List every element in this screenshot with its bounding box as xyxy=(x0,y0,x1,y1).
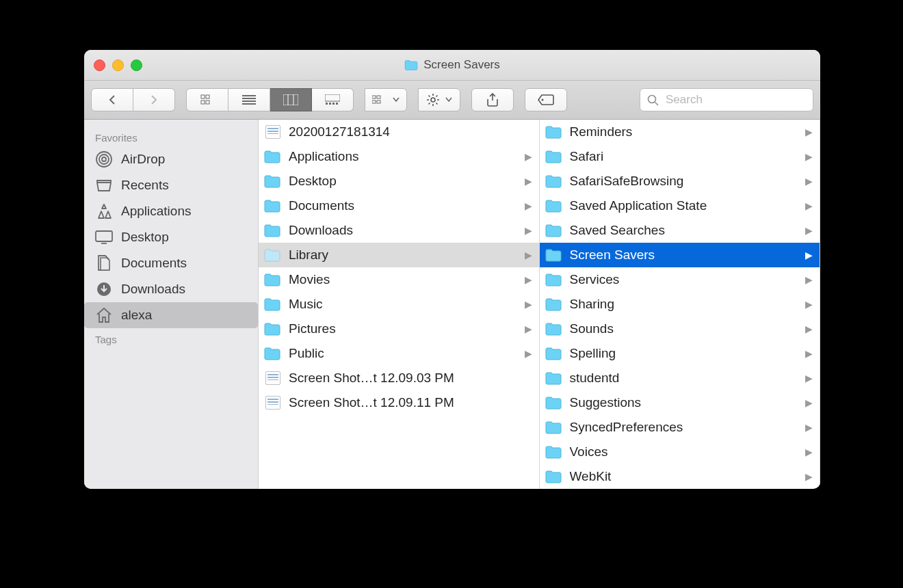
sidebar-item-applications[interactable]: Applications xyxy=(84,198,258,224)
folder-icon xyxy=(264,149,282,164)
list-item[interactable]: Sharing▶ xyxy=(540,292,820,317)
list-item[interactable]: 20200127181314 xyxy=(259,120,539,144)
gallery-view-button[interactable] xyxy=(312,88,354,111)
list-item[interactable]: Sounds▶ xyxy=(540,317,820,341)
disclosure-arrow-icon: ▶ xyxy=(805,274,813,285)
airdrop-icon xyxy=(95,150,113,168)
file-icon xyxy=(264,371,282,386)
svg-rect-11 xyxy=(377,96,380,98)
folder-icon xyxy=(545,321,563,336)
file-icon xyxy=(264,395,282,410)
toolbar xyxy=(84,81,820,120)
back-button[interactable] xyxy=(91,88,133,111)
sidebar-item-alexa[interactable]: alexa xyxy=(84,302,258,328)
list-item[interactable]: Safari▶ xyxy=(540,144,820,169)
folder-icon xyxy=(404,59,418,70)
documents-icon xyxy=(95,254,113,272)
list-item[interactable]: Saved Application State▶ xyxy=(540,193,820,218)
close-window-button[interactable] xyxy=(94,59,105,71)
search-field[interactable] xyxy=(640,88,813,111)
list-item-label: Sharing xyxy=(570,297,799,312)
disclosure-arrow-icon: ▶ xyxy=(805,422,813,433)
disclosure-arrow-icon: ▶ xyxy=(525,176,532,187)
list-item[interactable]: WebKit▶ xyxy=(540,464,820,489)
chevron-down-icon xyxy=(393,97,400,103)
list-item-label: SafariSafeBrowsing xyxy=(570,174,799,189)
list-item[interactable]: Documents▶ xyxy=(259,193,539,218)
column-1[interactable]: Reminders▶Safari▶SafariSafeBrowsing▶Save… xyxy=(540,120,821,489)
list-item[interactable]: Services▶ xyxy=(540,267,820,292)
sidebar[interactable]: FavoritesAirDropRecentsApplicationsDeskt… xyxy=(84,120,259,489)
action-button[interactable] xyxy=(418,88,460,111)
list-item-label: Suggestions xyxy=(570,395,799,410)
folder-icon xyxy=(545,149,563,164)
list-item[interactable]: Applications▶ xyxy=(259,144,539,169)
sidebar-item-downloads[interactable]: Downloads xyxy=(84,276,258,302)
disclosure-arrow-icon: ▶ xyxy=(525,299,532,310)
folder-icon xyxy=(264,248,282,263)
folder-icon xyxy=(545,444,563,459)
sidebar-item-label: Applications xyxy=(121,204,191,219)
list-item[interactable]: Music▶ xyxy=(259,292,539,317)
list-item[interactable]: Reminders▶ xyxy=(540,120,820,144)
list-item[interactable]: Desktop▶ xyxy=(259,169,539,193)
list-item[interactable]: Movies▶ xyxy=(259,267,539,292)
folder-icon xyxy=(264,223,282,238)
sidebar-item-airdrop[interactable]: AirDrop xyxy=(84,146,258,172)
search-input[interactable] xyxy=(664,92,812,107)
sidebar-item-documents[interactable]: Documents xyxy=(84,250,258,276)
list-item[interactable]: Screen Savers▶ xyxy=(540,243,820,267)
window-title-text: Screen Savers xyxy=(423,58,500,72)
window-body: FavoritesAirDropRecentsApplicationsDeskt… xyxy=(84,120,820,489)
svg-point-15 xyxy=(542,99,544,101)
zoom-window-button[interactable] xyxy=(131,59,142,71)
folder-icon xyxy=(545,297,563,312)
sidebar-item-desktop[interactable]: Desktop xyxy=(84,224,258,250)
list-item[interactable]: Pictures▶ xyxy=(259,317,539,341)
list-item[interactable]: Spelling▶ xyxy=(540,341,820,366)
disclosure-arrow-icon: ▶ xyxy=(805,373,813,384)
column-0[interactable]: 20200127181314Applications▶Desktop▶Docum… xyxy=(259,120,540,489)
list-item[interactable]: SyncedPreferences▶ xyxy=(540,415,820,440)
list-item-label: Movies xyxy=(289,272,518,287)
list-item[interactable]: Voices▶ xyxy=(540,440,820,464)
search-icon xyxy=(647,94,659,106)
disclosure-arrow-icon: ▶ xyxy=(525,274,532,285)
list-view-button[interactable] xyxy=(228,88,270,111)
gear-icon xyxy=(426,93,440,107)
list-item[interactable]: studentd▶ xyxy=(540,366,820,390)
group-button[interactable] xyxy=(365,88,407,111)
action-dropdown[interactable] xyxy=(418,88,460,111)
list-item[interactable]: Screen Shot…t 12.09.11 PM xyxy=(259,390,539,415)
svg-point-18 xyxy=(99,155,109,164)
forward-button[interactable] xyxy=(133,88,175,111)
view-buttons xyxy=(186,88,354,111)
list-item-label: Saved Application State xyxy=(570,198,799,213)
disclosure-arrow-icon: ▶ xyxy=(805,225,813,236)
list-item[interactable]: Downloads▶ xyxy=(259,218,539,243)
list-item-label: Documents xyxy=(289,198,518,213)
disclosure-arrow-icon: ▶ xyxy=(805,348,813,359)
svg-point-16 xyxy=(649,95,656,103)
list-item[interactable]: Public▶ xyxy=(259,341,539,366)
minimize-window-button[interactable] xyxy=(112,59,124,71)
share-button[interactable] xyxy=(471,88,514,111)
list-item[interactable]: Library▶ xyxy=(259,243,539,267)
list-item[interactable]: Saved Searches▶ xyxy=(540,218,820,243)
column-view-button[interactable] xyxy=(270,88,312,111)
svg-rect-13 xyxy=(377,101,380,103)
sidebar-item-label: AirDrop xyxy=(121,152,165,167)
titlebar[interactable]: Screen Savers xyxy=(84,50,820,81)
svg-rect-2 xyxy=(201,101,205,104)
svg-rect-10 xyxy=(372,96,376,98)
group-dropdown[interactable] xyxy=(365,88,407,111)
list-item[interactable]: SafariSafeBrowsing▶ xyxy=(540,169,820,193)
tags-button[interactable] xyxy=(525,88,567,111)
list-item[interactable]: Suggestions▶ xyxy=(540,390,820,415)
sidebar-item-recents[interactable]: Recents xyxy=(84,172,258,198)
list-item[interactable]: Screen Shot…t 12.09.03 PM xyxy=(259,366,539,390)
svg-rect-20 xyxy=(96,231,112,241)
folder-icon xyxy=(545,420,563,435)
list-item-label: Screen Shot…t 12.09.03 PM xyxy=(289,371,532,386)
icon-view-button[interactable] xyxy=(186,88,228,111)
